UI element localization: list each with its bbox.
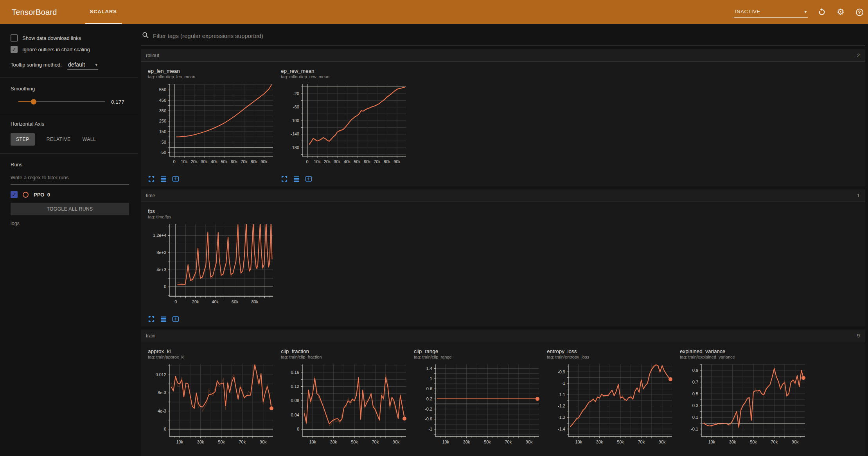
svg-text:10k: 10k (575, 440, 582, 444)
fit-domain-icon[interactable] (172, 315, 179, 323)
svg-text:1.4: 1.4 (426, 366, 432, 371)
svg-text:50k: 50k (484, 440, 491, 444)
svg-text:60k: 60k (231, 159, 238, 164)
runs-regex-input[interactable]: Write a regex to filter runs (11, 171, 129, 185)
settings-gear-icon[interactable]: ⚙ (836, 7, 845, 17)
group-count: 1 (857, 193, 860, 198)
chart-tag: tag: train/explained_variance (680, 355, 810, 359)
group-count: 2 (857, 53, 860, 58)
tooltip-sorting-label: Tooltip sorting method: (11, 62, 62, 68)
svg-text:-180: -180 (291, 145, 299, 150)
tab-scalars[interactable]: SCALARS (85, 0, 122, 24)
smoothing-slider[interactable] (18, 99, 105, 105)
svg-text:0.2: 0.2 (426, 397, 432, 401)
svg-text:350: 350 (159, 108, 166, 113)
group-train-header[interactable]: train 9 (141, 330, 865, 342)
fit-domain-icon[interactable] (305, 175, 312, 182)
scalar-chart-card: fps tag: time/fps 04e+38e+31.2e+4020k40k… (148, 208, 278, 323)
chart-title: explained_variance (680, 348, 810, 354)
axis-option-step[interactable]: STEP (11, 133, 35, 146)
line-chart[interactable]: -5050150250350450550010k20k30k40k50k60k7… (148, 81, 278, 173)
scalar-chart-card: ep_len_mean tag: rollout/ep_len_mean -50… (148, 68, 278, 182)
svg-text:-140: -140 (291, 132, 299, 136)
svg-text:0: 0 (164, 427, 166, 431)
line-chart[interactable]: 00.040.080.120.1610k30k50k70k90k (281, 361, 411, 454)
svg-text:10k: 10k (181, 159, 188, 164)
svg-text:-0.9: -0.9 (558, 369, 565, 374)
svg-text:4e+3: 4e+3 (156, 267, 166, 272)
run-row-ppo0[interactable]: ✓ PPO_0 (11, 191, 129, 198)
svg-text:80k: 80k (251, 159, 258, 164)
line-chart[interactable]: 04e-38e-30.01210k30k50k70k90k (148, 361, 278, 454)
chart-title: fps (148, 208, 278, 214)
line-chart[interactable]: -0.10.10.30.50.70.910k30k50k70k90k (680, 361, 810, 454)
svg-text:30k: 30k (729, 440, 736, 444)
status-dropdown[interactable]: INACTIVE ▾ (734, 7, 808, 18)
smoothing-value[interactable]: 0.177 (111, 99, 129, 105)
chart-svg: -5050150250350450550010k20k30k40k50k60k7… (148, 81, 277, 172)
chart-svg: 04e-38e-30.01210k30k50k70k90k (148, 361, 277, 452)
svg-text:90k: 90k (526, 440, 533, 444)
checkbox-unchecked[interactable] (11, 34, 18, 41)
search-icon (142, 32, 149, 40)
status-label: INACTIVE (735, 9, 760, 14)
svg-text:20k: 20k (192, 299, 199, 304)
divider (0, 113, 138, 113)
svg-text:70k: 70k (239, 440, 246, 444)
expand-chart-icon[interactable] (148, 175, 155, 182)
log-scale-icon[interactable] (160, 175, 167, 182)
chart-tag: tag: train/clip_range (414, 355, 544, 359)
filter-tags-row[interactable]: Filter tags (regular expressions support… (141, 24, 865, 45)
svg-text:0.9: 0.9 (692, 368, 698, 373)
chart-tag: tag: time/fps (148, 214, 278, 219)
axis-option-wall[interactable]: WALL (83, 137, 96, 142)
group-time: time 1 fps tag: time/fps 04e+38e+31.2e+4… (141, 189, 865, 326)
reload-icon[interactable] (817, 7, 827, 17)
dashboard-main: Filter tags (regular expressions support… (138, 24, 868, 456)
slider-knob[interactable] (31, 99, 36, 105)
line-chart[interactable]: 04e+38e+31.2e+4020k40k60k80k (148, 221, 278, 314)
group-time-header[interactable]: time 1 (141, 189, 865, 202)
divider (0, 153, 138, 154)
svg-text:-0.1: -0.1 (691, 427, 698, 431)
svg-text:0.3: 0.3 (692, 403, 698, 408)
svg-text:90k: 90k (393, 440, 400, 444)
svg-text:20k: 20k (191, 159, 198, 164)
svg-text:0.16: 0.16 (291, 370, 299, 375)
expand-chart-icon[interactable] (281, 175, 288, 182)
line-chart[interactable]: -1.4-1.3-1.2-1.1-1-0.910k30k50k70k90k (547, 361, 677, 454)
svg-text:30k: 30k (197, 440, 204, 444)
svg-text:0: 0 (164, 284, 166, 289)
group-rollout-header[interactable]: rollout 2 (141, 49, 865, 62)
horizontal-axis-label: Horizontal Axis (11, 121, 129, 127)
expand-chart-icon[interactable] (148, 315, 155, 323)
filter-tags-input[interactable]: Filter tags (regular expressions support… (153, 32, 263, 39)
log-scale-icon[interactable] (160, 315, 167, 323)
svg-text:0.5: 0.5 (692, 391, 698, 396)
svg-text:40k: 40k (344, 159, 351, 164)
svg-text:-1: -1 (561, 381, 565, 386)
svg-text:0.04: 0.04 (291, 413, 299, 417)
axis-option-relative[interactable]: RELATIVE (47, 137, 71, 142)
ignore-outliers-checkbox-row[interactable]: ✓ Ignore outliers in chart scaling (11, 46, 129, 53)
run-checkbox[interactable]: ✓ (11, 191, 18, 198)
svg-text:50k: 50k (351, 440, 358, 444)
svg-text:550: 550 (159, 87, 166, 92)
svg-text:70k: 70k (638, 440, 645, 444)
runs-footer-label: logs (11, 221, 129, 226)
line-chart[interactable]: -180-140-100-60-20010k20k30k40k50k60k70k… (281, 81, 411, 173)
scalar-chart-card: clip_fraction tag: train/clip_fraction 0… (281, 348, 411, 456)
log-scale-icon[interactable] (293, 175, 300, 182)
tooltip-sorting-dropdown[interactable]: default ▾ (67, 61, 99, 70)
svg-text:-1.2: -1.2 (558, 404, 565, 408)
help-icon[interactable]: ? (855, 7, 864, 17)
checkbox-checked[interactable]: ✓ (11, 46, 18, 53)
svg-text:0: 0 (306, 159, 308, 164)
svg-text:50k: 50k (617, 440, 624, 444)
show-download-links-checkbox-row[interactable]: Show data download links (11, 34, 129, 41)
line-chart[interactable]: -1-0.6-0.20.20.611.410k30k50k70k90k (414, 361, 544, 454)
fit-domain-icon[interactable] (172, 175, 179, 182)
toggle-all-runs-button[interactable]: TOGGLE ALL RUNS (11, 203, 129, 215)
chart-title: approx_kl (148, 348, 278, 354)
svg-text:-0.2: -0.2 (425, 407, 432, 411)
